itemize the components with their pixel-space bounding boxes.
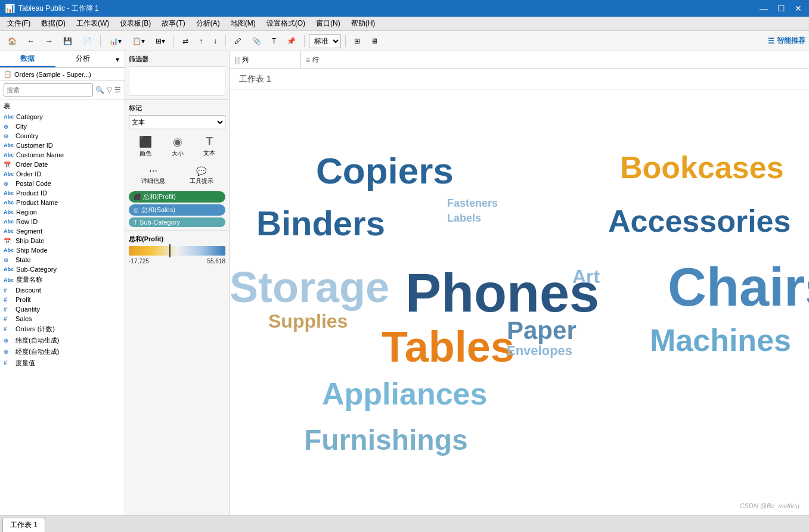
word-accessories[interactable]: Accessories <box>608 203 791 239</box>
detail-button[interactable]: ⋯ 详细信息 <box>137 164 169 188</box>
field-item-Country[interactable]: ⊕ Country <box>0 131 125 141</box>
datasource-row[interactable]: 📋 Orders (Sample - Super...) <box>0 68 125 81</box>
field-type-icon: Abc <box>4 114 14 120</box>
close-button[interactable]: ✕ <box>792 4 804 13</box>
word-supplies[interactable]: Supplies <box>268 310 348 332</box>
new-datasource-button[interactable]: 📊▾ <box>105 33 126 49</box>
filter-icon[interactable]: ▽ <box>107 86 112 94</box>
word-binders[interactable]: Binders <box>256 203 385 243</box>
field-item-度量值[interactable]: # 度量值 <box>0 357 125 369</box>
field-item-Ship-Mode[interactable]: Abc Ship Mode <box>0 245 125 255</box>
menu-item-仪表板B[interactable]: 仪表板(B) <box>115 17 156 30</box>
word-art[interactable]: Art <box>572 266 600 288</box>
field-item-Region[interactable]: Abc Region <box>0 207 125 217</box>
word-appliances[interactable]: Appliances <box>322 376 487 412</box>
word-labels[interactable]: Labels <box>447 212 481 225</box>
maximize-button[interactable]: ☐ <box>775 4 788 13</box>
field-item-Product-Name[interactable]: Abc Product Name <box>0 198 125 207</box>
sort-asc-button[interactable]: ↑ <box>195 33 207 49</box>
columns-shelf[interactable]: ||| 列 <box>230 51 301 69</box>
add-sheet-button[interactable]: 📋▾ <box>128 33 149 49</box>
highlight-button[interactable]: 🖊 <box>230 33 246 49</box>
save-button[interactable]: 💾 <box>59 33 76 49</box>
fix-axis-button[interactable]: ⊞ <box>350 33 364 49</box>
menu-item-设置格式O[interactable]: 设置格式(O) <box>262 17 310 30</box>
minimize-button[interactable]: — <box>757 4 770 13</box>
device-button[interactable]: 🖥 <box>367 33 382 49</box>
size-mark-button[interactable]: ◉ 大小 <box>168 133 188 160</box>
marks-type-select[interactable]: 文本 <box>129 115 225 129</box>
toolbar: 🏠 ← → 💾 📄 📊▾ 📋▾ ⊞▾ ⇄ ↑ ↓ 🖊 📎 T 📌 标准 ⊞ 🖥 … <box>0 31 809 51</box>
field-item-Postal-Code[interactable]: ⊕ Postal Code <box>0 179 125 188</box>
field-item-Sub-Category[interactable]: Abc Sub-Category <box>0 265 125 274</box>
field-item-Row-ID[interactable]: Abc Row ID <box>0 217 125 226</box>
word-paper[interactable]: Paper <box>507 316 576 345</box>
home-button[interactable]: 🏠 <box>4 33 21 49</box>
field-item-纬度(自动生成)[interactable]: ⊕ 纬度(自动生成) <box>0 335 125 346</box>
field-item-Orders-(计数)[interactable]: # Orders (计数) <box>0 323 125 335</box>
title-bar-controls[interactable]: — ☐ ✕ <box>757 4 804 13</box>
word-fasteners[interactable]: Fasteners <box>447 197 498 210</box>
word-furnishings[interactable]: Furnishings <box>304 424 468 456</box>
menu-item-窗口N[interactable]: 窗口(N) <box>311 17 345 30</box>
field-item-经度(自动生成)[interactable]: ⊕ 经度(自动生成) <box>0 346 125 357</box>
word-phones[interactable]: Phones <box>405 263 599 324</box>
field-item-Customer-Name[interactable]: Abc Customer Name <box>0 150 125 160</box>
field-item-Ship-Date[interactable]: 📅 Ship Date <box>0 236 125 245</box>
field-item-Discount[interactable]: # Discount <box>0 285 125 295</box>
analysis-tab[interactable]: 分析 <box>55 51 111 67</box>
field-item-State[interactable]: ⊕ State <box>0 255 125 265</box>
filter-area[interactable] <box>129 66 225 96</box>
back-button[interactable]: ← <box>23 33 39 49</box>
field-item-Segment[interactable]: Abc Segment <box>0 226 125 236</box>
field-item-Product-ID[interactable]: Abc Product ID <box>0 188 125 198</box>
word-chairs[interactable]: Chairs <box>668 257 809 318</box>
word-storage[interactable]: Storage <box>230 263 389 312</box>
field-item-Order-Date[interactable]: 📅 Order Date <box>0 160 125 169</box>
field-item-City[interactable]: ⊕ City <box>0 122 125 131</box>
tooltip-button[interactable]: 💬 工具提示 <box>185 164 218 188</box>
word-tables[interactable]: Tables <box>382 322 514 371</box>
sheet-tab-1[interactable]: 工作表 1 <box>2 518 45 532</box>
menu-item-地图M[interactable]: 地图(M) <box>226 17 261 30</box>
menu-item-数据D[interactable]: 数据(D) <box>36 17 70 30</box>
pin-button[interactable]: 📌 <box>283 33 300 49</box>
sales-pill[interactable]: ◎ 总和(Sales) <box>129 204 225 216</box>
word-envelopes[interactable]: Envelopes <box>507 343 572 359</box>
word-machines[interactable]: Machines <box>650 322 791 358</box>
field-item-Category[interactable]: Abc Category <box>0 112 125 122</box>
rows-shelf[interactable]: ≡ 行 <box>301 51 373 69</box>
field-item-Order-ID[interactable]: Abc Order ID <box>0 169 125 179</box>
field-item-Quantity[interactable]: # Quantity <box>0 304 125 314</box>
list-options-icon[interactable]: ☰ <box>114 86 121 94</box>
data-tab[interactable]: 数据 <box>0 51 55 67</box>
sort-desc-button[interactable]: ↓ <box>209 33 221 49</box>
menu-item-分析A[interactable]: 分析(A) <box>191 17 225 30</box>
search-icon[interactable]: 🔍 <box>95 86 104 94</box>
field-item-Customer-ID[interactable]: Abc Customer ID <box>0 141 125 150</box>
intelligent-push-button[interactable]: ☰ 智能推荐 <box>768 36 805 46</box>
search-input[interactable] <box>4 83 93 97</box>
subcategory-pill[interactable]: T Sub-Category <box>129 217 225 227</box>
menu-item-工作表W[interactable]: 工作表(W) <box>72 17 114 30</box>
menu-item-故事T[interactable]: 故事(T) <box>157 17 190 30</box>
text-button[interactable]: T <box>268 33 280 49</box>
duplicate-button[interactable]: ⊞▾ <box>151 33 169 49</box>
panel-options-button[interactable]: ▾ <box>110 51 125 67</box>
save-as-button[interactable]: 📄 <box>79 33 96 49</box>
field-item-Profit[interactable]: # Profit <box>0 295 125 304</box>
word-copiers[interactable]: Copiers <box>316 150 454 192</box>
menu-item-帮助H[interactable]: 帮助(H) <box>346 17 380 30</box>
field-type-icon: Abc <box>4 171 14 177</box>
fit-mode-select[interactable]: 标准 <box>309 34 341 48</box>
field-item-度量名称[interactable]: Abc 度量名称 <box>0 274 125 285</box>
annotation-button[interactable]: 📎 <box>248 33 265 49</box>
field-item-Sales[interactable]: # Sales <box>0 314 125 323</box>
color-mark-button[interactable]: ⬛ 颜色 <box>135 133 156 160</box>
swap-button[interactable]: ⇄ <box>178 33 193 49</box>
text-mark-button[interactable]: T 文本 <box>199 133 219 160</box>
profit-pill[interactable]: ⬛ 总和(Profit) <box>129 191 225 203</box>
forward-button[interactable]: → <box>41 33 57 49</box>
word-bookcases[interactable]: Bookcases <box>620 150 784 185</box>
menu-item-文件F[interactable]: 文件(F) <box>2 17 35 30</box>
